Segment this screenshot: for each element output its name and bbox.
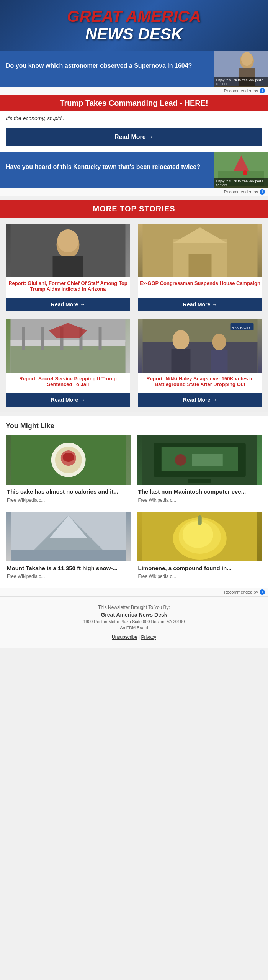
- svg-rect-15: [189, 254, 212, 277]
- footer: This Newsletter Brought To You By: Great…: [0, 597, 268, 648]
- wiki-promo-1[interactable]: Do you know which astronomer observed a …: [0, 51, 268, 87]
- yml-card-3[interactable]: Mount Takahe is a 11,350 ft high snow-..…: [6, 512, 131, 582]
- yml-title-1: This cake has almost no calories and it.…: [6, 485, 131, 497]
- svg-rect-25: [99, 327, 102, 350]
- read-more-button-1[interactable]: Read More →: [6, 128, 262, 146]
- yml-recommended-by: Recommended by i: [0, 588, 268, 596]
- rec-icon-2: i: [260, 189, 265, 195]
- svg-rect-18: [11, 342, 126, 373]
- svg-point-31: [212, 334, 226, 350]
- more-top-stories-header: MORE TOP STORIES: [0, 200, 268, 218]
- svg-point-7: [243, 170, 247, 175]
- unsubscribe-link[interactable]: Unsubscribe: [112, 635, 137, 640]
- svg-point-53: [182, 521, 213, 548]
- rec-icon-1: i: [260, 88, 265, 93]
- svg-text:NIKKI HALEY: NIKKI HALEY: [232, 326, 251, 329]
- svg-rect-45: [188, 479, 211, 483]
- header-line1: Great America: [67, 8, 201, 25]
- svg-rect-44: [192, 454, 222, 466]
- story-title-2: Ex-GOP Congressman Suspends House Campai…: [138, 277, 262, 294]
- header-banner: Great America News Desk: [0, 0, 268, 51]
- story-card-4[interactable]: NIKKI HALEY Report: Nikki Haley Snags ov…: [138, 319, 262, 407]
- svg-rect-32: [211, 350, 228, 373]
- svg-point-39: [63, 453, 74, 462]
- yml-card-1[interactable]: This cake has almost no calories and it.…: [6, 435, 131, 506]
- svg-point-3: [241, 52, 253, 66]
- wiki-promo-2-text: Have you heard of this Kentucky town tha…: [0, 152, 214, 188]
- svg-point-11: [57, 229, 79, 252]
- svg-rect-30: [172, 349, 191, 373]
- footer-links: Unsubscribe | Privacy: [6, 635, 262, 640]
- header-title: Great America News Desk: [67, 8, 201, 43]
- wiki-promo-1-image: Enjoy this link to free Wikipedia conten…: [214, 51, 268, 87]
- article-subtitle: It's the economy, stupid...: [0, 111, 268, 125]
- svg-rect-21: [22, 327, 25, 350]
- yml-image-4: [137, 512, 263, 561]
- svg-point-16: [193, 231, 208, 243]
- privacy-link[interactable]: Privacy: [141, 635, 156, 640]
- recommended-by-label-1: Recommended by: [224, 88, 258, 93]
- story-image-4: NIKKI HALEY: [138, 319, 262, 373]
- yml-source-1: Free Wikipedia c...: [6, 497, 131, 506]
- you-might-like-title: You Might Like: [0, 416, 268, 433]
- svg-rect-10: [53, 256, 83, 277]
- spacer-1: [0, 196, 268, 200]
- read-more-button-story-2[interactable]: Read More →: [138, 298, 262, 311]
- svg-rect-28: [143, 342, 258, 373]
- svg-rect-54: [198, 515, 201, 525]
- read-more-button-story-1[interactable]: Read More →: [6, 298, 130, 311]
- spacer-2: [0, 412, 268, 416]
- read-more-button-story-4[interactable]: Read More →: [138, 393, 262, 407]
- footer-brought: This Newsletter Brought To You By:: [6, 605, 262, 610]
- email-container: Great America News Desk Do you know whic…: [0, 0, 268, 648]
- yml-recommended-label: Recommended by: [224, 590, 258, 594]
- you-might-like-grid: This cake has almost no calories and it.…: [0, 433, 268, 588]
- wiki-promo-2-image: Enjoy this link to free Wikipedia conten…: [214, 152, 268, 188]
- stories-grid: Report: Giuliani, Former Chief Of Staff …: [0, 218, 268, 412]
- yml-title-2: The last non-Macintosh computer eve...: [137, 485, 263, 497]
- story-card-3[interactable]: Report: Secret Service Prepping If Trump…: [6, 319, 130, 407]
- story-title-3: Report: Secret Service Prepping If Trump…: [6, 373, 130, 389]
- svg-point-29: [173, 330, 190, 350]
- story-card-1[interactable]: Report: Giuliani, Former Chief Of Staff …: [6, 224, 130, 311]
- headline-title: Trump Takes Commanding Lead - HERE!: [60, 99, 208, 107]
- wiki-promo-2-caption: Enjoy this link to free Wikipedia conten…: [214, 178, 268, 188]
- recommended-by-label-2: Recommended by: [224, 190, 258, 194]
- svg-rect-49: [11, 550, 126, 561]
- footer-address: 1900 Reston Metro Plaza Suite 600 Reston…: [6, 619, 262, 624]
- footer-brand: Great America News Desk: [6, 612, 262, 618]
- footer-pipe: |: [139, 635, 140, 640]
- wiki-promo-2-recommended: Recommended by i: [0, 188, 268, 196]
- yml-card-2[interactable]: The last non-Macintosh computer eve... F…: [137, 435, 263, 506]
- yml-source-4: Free Wikipedia c...: [137, 573, 263, 582]
- wiki-promo-1-caption: Enjoy this link to free Wikipedia conten…: [214, 77, 268, 87]
- story-image-1: [6, 224, 130, 277]
- story-image-2: [138, 224, 262, 277]
- header-line2: News Desk: [67, 25, 201, 43]
- wiki-promo-2[interactable]: Have you heard of this Kentucky town tha…: [0, 152, 268, 188]
- story-title-4: Report: Nikki Haley Snags over 150K vote…: [138, 373, 262, 389]
- yml-source-2: Free Wikipedia c...: [137, 497, 263, 506]
- yml-title-3: Mount Takahe is a 11,350 ft high snow-..…: [6, 561, 131, 573]
- svg-rect-19: [11, 340, 126, 346]
- yml-source-3: Free Wikipedia c...: [6, 573, 131, 582]
- wiki-promo-1-recommended: Recommended by i: [0, 87, 268, 95]
- yml-image-1: [6, 435, 131, 485]
- story-title-1: Report: Giuliani, Former Chief Of Staff …: [6, 277, 130, 294]
- wiki-promo-1-text: Do you know which astronomer observed a …: [0, 51, 214, 87]
- yml-card-4[interactable]: Limonene, a compound found in... Free Wi…: [137, 512, 263, 582]
- footer-edm: An EDM Brand: [6, 625, 262, 630]
- svg-point-43: [175, 454, 186, 466]
- read-more-button-story-3[interactable]: Read More →: [6, 393, 130, 407]
- yml-title-4: Limonene, a compound found in...: [137, 561, 263, 573]
- headline-bar: Trump Takes Commanding Lead - HERE!: [0, 95, 268, 111]
- svg-rect-22: [41, 327, 44, 350]
- yml-image-2: [137, 435, 263, 485]
- yml-image-3: [6, 512, 131, 561]
- story-card-2[interactable]: Ex-GOP Congressman Suspends House Campai…: [138, 224, 262, 311]
- yml-rec-icon: i: [260, 589, 265, 595]
- story-image-3: [6, 319, 130, 373]
